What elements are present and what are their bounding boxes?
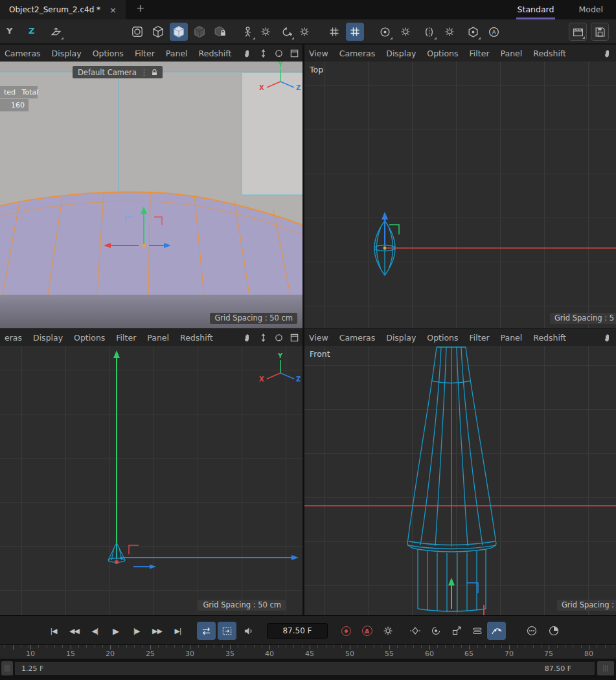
menu-panel[interactable]: Panel	[166, 49, 188, 58]
rotate-plus-icon[interactable]	[277, 23, 295, 41]
viewport-top[interactable]: Top Grid Spacing : 5	[304, 62, 616, 328]
maximize-view-icon[interactable]	[290, 333, 299, 343]
menu-display[interactable]: Display	[386, 333, 416, 343]
viewport-perspective[interactable]: Y X Z Default Camera ⋮ ted Total 160 Gri…	[0, 62, 302, 328]
document-tab[interactable]: Object2_Serum_2.c4d * ×	[0, 0, 126, 19]
previous-key-button[interactable]: ◀◀	[65, 622, 84, 640]
menu-cameras[interactable]: Cameras	[5, 49, 41, 58]
gear-icon[interactable]	[295, 23, 314, 41]
hexagon-dot-icon[interactable]	[464, 23, 482, 41]
range-track[interactable]: 1.25 F 87.50 F	[14, 661, 595, 675]
menu-options[interactable]: Options	[93, 49, 124, 58]
sound-toggle-icon[interactable]	[240, 622, 258, 640]
camera-menu-dots[interactable]: ⋮	[141, 68, 148, 77]
sphere-in-square-icon[interactable]	[128, 23, 146, 41]
menu-redshift[interactable]: Redshift	[533, 333, 566, 343]
orbit-icon[interactable]	[274, 49, 284, 58]
wire-cube-icon[interactable]	[149, 23, 167, 41]
key-fcurve-icon[interactable]	[487, 622, 506, 640]
play-button[interactable]: ▶	[106, 622, 125, 640]
pan-hand-icon[interactable]	[243, 333, 253, 343]
grid-quantize-active-icon[interactable]	[346, 23, 364, 41]
viewport-front[interactable]: Front Grid Spacing :	[304, 346, 616, 615]
range-handle[interactable]: 1.25 F 87.50 F	[14, 661, 595, 675]
camera-label-pill[interactable]: Default Camera ⋮	[73, 66, 163, 78]
pan-hand-icon[interactable]	[603, 333, 613, 343]
solid-cube-icon[interactable]	[170, 23, 188, 41]
menu-cameras[interactable]: Cameras	[339, 333, 376, 343]
previous-frame-button[interactable]: ◀|	[86, 622, 104, 640]
go-to-end-button[interactable]: ▶|	[168, 622, 187, 640]
symmetry-icon[interactable]	[420, 23, 438, 41]
menu-options[interactable]: Options	[74, 333, 105, 343]
main-toolbar: Y Z	[0, 19, 616, 44]
menu-view[interactable]: View	[309, 49, 328, 58]
range-right-cap[interactable]	[597, 661, 614, 675]
range-left-cap[interactable]	[1, 661, 13, 675]
gear-icon[interactable]	[396, 23, 415, 41]
dark-cube-icon[interactable]	[190, 23, 209, 41]
grid-quantize-icon[interactable]	[325, 23, 343, 41]
loop-range-icon[interactable]	[218, 622, 236, 640]
key-rotation-icon[interactable]	[426, 622, 445, 640]
menu-filter[interactable]: Filter	[470, 333, 490, 343]
axis-lock-y-button[interactable]: Y	[6, 26, 12, 36]
character-figure-icon[interactable]	[238, 23, 257, 41]
key-position-icon[interactable]	[405, 622, 424, 640]
dolly-icon[interactable]	[258, 333, 268, 343]
keying-settings-gear-icon[interactable]	[378, 622, 397, 640]
menu-panel[interactable]: Panel	[501, 49, 523, 58]
workplane-icon[interactable]	[47, 23, 65, 41]
layout-tab-standard[interactable]: Standard	[516, 5, 556, 19]
timeline-ruler[interactable]: 10 15 20 25 30 35 40 45 50 55 60 65 70 7…	[0, 644, 616, 659]
gear-icon[interactable]	[257, 23, 275, 41]
axis-lock-z-button[interactable]: Z	[29, 26, 34, 36]
lock-icon[interactable]	[152, 69, 157, 76]
menu-filter[interactable]: Filter	[116, 333, 136, 343]
locked-cube-icon[interactable]	[211, 23, 229, 41]
dolly-icon[interactable]	[258, 49, 268, 58]
key-scale-icon[interactable]	[447, 622, 466, 640]
menu-options[interactable]: Options	[427, 333, 458, 343]
autokey-button[interactable]: A	[358, 622, 376, 640]
pan-hand-icon[interactable]	[603, 49, 613, 58]
clapperboard-icon[interactable]	[569, 23, 587, 41]
menu-cameras-clipped[interactable]: eras	[5, 333, 22, 343]
menu-options[interactable]: Options	[427, 49, 458, 58]
new-tab-button[interactable]: +	[136, 2, 144, 14]
current-frame-field[interactable]: 87.50 F	[267, 623, 328, 639]
go-to-start-button[interactable]: |◀	[44, 622, 63, 640]
menu-display[interactable]: Display	[33, 333, 63, 343]
hud-stats-value: 160	[0, 99, 29, 111]
menu-display[interactable]: Display	[386, 49, 416, 58]
orbit-icon[interactable]	[274, 333, 284, 343]
maximize-view-icon[interactable]	[290, 49, 299, 58]
menu-cameras[interactable]: Cameras	[339, 49, 376, 58]
next-frame-button[interactable]: |▶	[127, 622, 146, 640]
menu-display[interactable]: Display	[52, 49, 82, 58]
key-parameter-icon[interactable]	[468, 622, 486, 640]
menu-panel[interactable]: Panel	[501, 333, 523, 343]
menu-filter[interactable]: Filter	[135, 49, 155, 58]
layout-tab-model[interactable]: Model	[577, 5, 604, 19]
dotted-circle-icon[interactable]	[522, 622, 541, 640]
circled-a-icon[interactable]: A	[485, 23, 503, 41]
gear-icon[interactable]	[440, 23, 459, 41]
snap-icon[interactable]	[376, 23, 394, 41]
menu-panel[interactable]: Panel	[147, 333, 169, 343]
record-keyframe-button[interactable]	[337, 622, 356, 640]
loop-playback-icon[interactable]	[197, 622, 216, 640]
save-icon[interactable]	[591, 23, 609, 41]
viewport-left-lower[interactable]: Y X Z Grid Spacing : 50 cm	[0, 346, 302, 615]
menu-view[interactable]: View	[309, 333, 328, 343]
viewport-splitter[interactable]	[302, 44, 304, 615]
menu-redshift[interactable]: Redshift	[180, 333, 213, 343]
menu-filter[interactable]: Filter	[470, 49, 490, 58]
menu-redshift[interactable]: Redshift	[199, 49, 232, 58]
ruler-number: 15	[66, 650, 75, 658]
menu-redshift[interactable]: Redshift	[533, 49, 566, 58]
close-tab-icon[interactable]: ×	[109, 5, 117, 15]
pan-hand-icon[interactable]	[243, 49, 253, 58]
next-key-button[interactable]: ▶▶	[148, 622, 166, 640]
arc-circle-icon[interactable]	[544, 622, 563, 640]
